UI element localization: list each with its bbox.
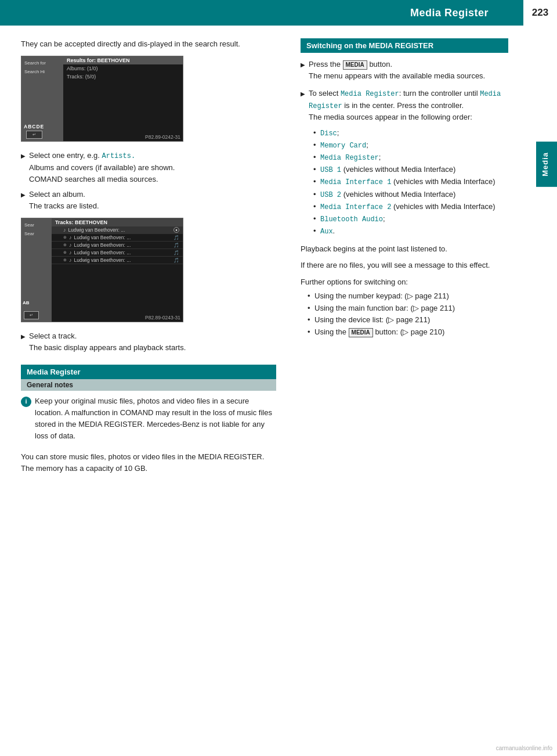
ss1-letters: ABCDE <box>24 124 44 129</box>
switching-header: Switching on the MEDIA REGISTER <box>301 38 508 53</box>
option-main-bar: Using the main function bar: (▷ page 211… <box>306 303 508 315</box>
source-media-interface-1: Media Interface 1 (vehicles with Media I… <box>312 176 508 188</box>
info-icon: i <box>21 397 31 407</box>
track-row-3: ⊕ ♪ Ludwig van Beethoven: ... 🎵 <box>52 242 183 249</box>
ss2-caption: P82.89-0243-31 <box>145 315 180 321</box>
ss1-caption: P82.89-0242-31 <box>145 134 180 140</box>
track-row-1: ♪ Ludwig van Beethoven: ... ● <box>52 226 183 234</box>
press-media-sub: The menu appears with the available medi… <box>309 71 485 80</box>
playback-text2: If there are no files, you will see a me… <box>301 260 508 271</box>
ss2-label1: Sear <box>23 221 50 229</box>
options-list: Using the number keypad: (▷ page 211) Us… <box>306 290 508 339</box>
ss1-header: Results for: BEETHOVEN <box>63 56 183 64</box>
page-number: 223 <box>523 0 557 26</box>
screenshot-1: Search for Search Hi ABCDE ↵ Results for… <box>21 56 183 142</box>
bullet-select-track: ▶ Select a track. The basic display appe… <box>21 330 276 354</box>
order-text: The media sources appear in the followin… <box>309 113 472 121</box>
ss2-button: ↵ <box>24 311 39 319</box>
bullet-press-media: ▶ Press the MEDIA button. The menu appea… <box>301 59 508 82</box>
option-media-button: Using the MEDIA button: (▷ page 210) <box>306 326 508 339</box>
bullet1-text: Select one entry, e.g. Artists. Albums a… <box>29 150 276 185</box>
intro-text: They can be accepted directly and dis-pl… <box>21 38 276 50</box>
ss1-button: ↵ <box>26 131 42 139</box>
track-row-5: ⊕ ♪ Ludwig van Beethoven: ... 🎵 <box>52 257 183 264</box>
ss2-ab: AB <box>23 300 30 305</box>
option-device-list: Using the device list: (▷ page 211) <box>306 314 508 326</box>
bullet1-sub2: COMAND searches all media sources. <box>29 175 158 183</box>
media-button: MEDIA <box>343 60 367 70</box>
bullet2-sub: The tracks are listed. <box>29 201 99 210</box>
ss1-label1: Search for <box>23 59 62 67</box>
media-register-section: Media Register General notes i Keep your… <box>21 365 276 475</box>
playback-text3: Further options for switching on: <box>301 276 508 288</box>
main-layout: They can be accepted directly and dis-pl… <box>0 26 557 492</box>
left-column: They can be accepted directly and dis-pl… <box>0 26 290 492</box>
section-subheader: General notes <box>21 379 276 391</box>
arrow-icon-1: ▶ <box>21 152 26 161</box>
ss2-label2: Sear <box>23 229 50 238</box>
watermark: carmanualsonline.info <box>496 745 552 751</box>
ss2-track-header: Tracks: BEETHOVEN <box>52 218 183 226</box>
select-register-text: To select Media Register: turn the contr… <box>309 88 508 123</box>
source-usb1: USB 1 (vehicles without Media Interface) <box>312 164 508 176</box>
section-header: Media Register <box>21 365 276 379</box>
source-disc: Disc; <box>312 127 508 139</box>
bullet3-text: Select a track. The basic display appear… <box>29 330 276 354</box>
press-media-text: Press the MEDIA button. The menu appears… <box>309 59 508 82</box>
arrow-icon-3: ▶ <box>21 332 26 341</box>
arrow-icon-2: ▶ <box>21 190 26 200</box>
media-button-inline: MEDIA <box>349 328 373 337</box>
bullet3-sub: The basic display appears and playback s… <box>29 343 186 352</box>
track-row-2: ⊕ ♪ Ludwig van Beethoven: ... 🎵 <box>52 234 183 242</box>
source-media-interface-2: Media Interface 2 (vehicles with Media I… <box>312 201 508 213</box>
ss1-tracks: Tracks: (5/0) <box>63 73 183 81</box>
source-media-register: Media Register; <box>312 152 508 164</box>
bullet-select-media-register: ▶ To select Media Register: turn the con… <box>301 88 508 123</box>
track-row-4: ⊕ ♪ Ludwig van Beethoven: ... 🎵 <box>52 249 183 257</box>
page-title: Media Register <box>0 7 523 19</box>
media-register-mono2: Media Register <box>309 90 501 110</box>
artists-mono: Artists. <box>102 152 136 160</box>
source-bluetooth: Bluetooth Audio; <box>312 213 508 225</box>
source-memory-card: Memory Card; <box>312 139 508 152</box>
bullet2-text: Select an album. The tracks are listed. <box>29 189 276 212</box>
sidebar-media-tab: Media <box>536 142 557 187</box>
arrow-icon-4: ▶ <box>301 60 305 70</box>
source-list: Disc; Memory Card; Media Register; USB 1… <box>312 127 508 238</box>
right-column: Switching on the MEDIA REGISTER ▶ Press … <box>290 26 536 492</box>
source-usb2: USB 2 (vehicles without Media Interface) <box>312 189 508 201</box>
play-btn-1[interactable]: ● <box>173 227 179 233</box>
info-text: Keep your original music files, photos a… <box>35 395 276 442</box>
playback-text1: Playback begins at the point last listen… <box>301 243 508 255</box>
screenshot-2: Sear Sear AB ↵ Tracks: BEETHOVEN ♪ Ludwi… <box>21 218 183 322</box>
ss1-label2: Search Hi <box>23 67 62 76</box>
media-register-mono1: Media Register <box>341 90 399 98</box>
page-header: Media Register 223 <box>0 0 557 26</box>
bullet-select-entry: ▶ Select one entry, e.g. Artists. Albums… <box>21 150 276 185</box>
option-keypad: Using the number keypad: (▷ page 211) <box>306 290 508 303</box>
ss1-albums: Albums: (1/0) <box>63 64 183 73</box>
footer-text: You can store music files, photos or vid… <box>21 451 276 474</box>
bullet-select-album: ▶ Select an album. The tracks are listed… <box>21 189 276 212</box>
source-aux: Aux. <box>312 225 508 237</box>
info-box: i Keep your original music files, photos… <box>21 395 276 447</box>
arrow-icon-5: ▶ <box>301 89 305 99</box>
bullet1-sub1: Albums and covers (if available) are sho… <box>29 163 175 172</box>
